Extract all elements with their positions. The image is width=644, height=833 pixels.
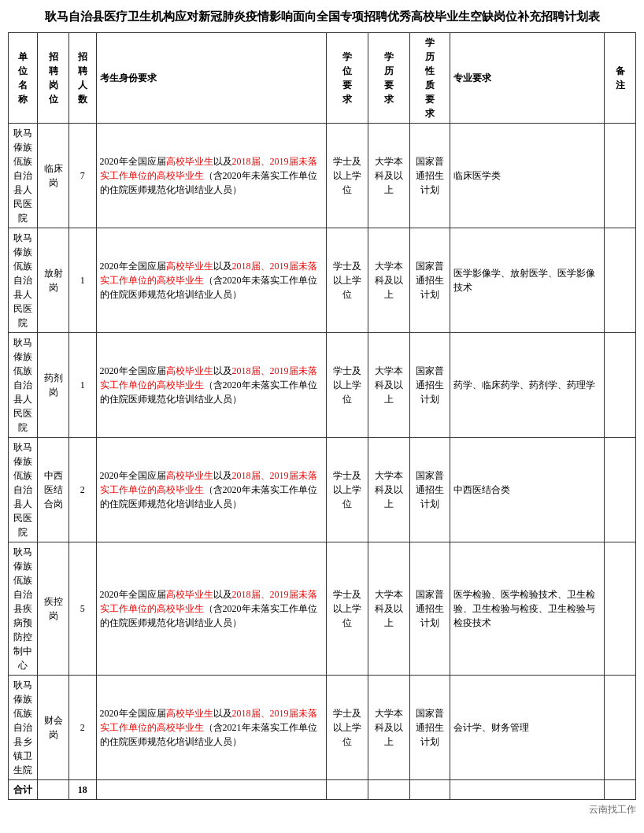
cell-edu-nature-1: 国家普通招生计划 [410, 228, 450, 332]
header-count: 招聘人数 [69, 32, 97, 123]
cell-major-0: 临床医学类 [450, 123, 605, 228]
total-empty-4 [450, 779, 605, 799]
header-note: 备注 [605, 32, 636, 123]
total-count: 18 [69, 779, 97, 799]
cell-req-4: 2020年全国应届高校毕业生以及2018届、2019届未落实工作单位的高校毕业生… [96, 542, 326, 675]
cell-edu-5: 大学本科及以上 [368, 675, 409, 779]
cell-degree-1: 学士及以上学位 [326, 228, 368, 332]
cell-job-4: 疾控岗 [38, 542, 69, 675]
cell-major-2: 药学、临床药学、药剂学、药理学 [450, 332, 605, 437]
header-edu-nature: 学历性质要求 [410, 32, 450, 123]
cell-req-2: 2020年全国应届高校毕业生以及2018届、2019届未落实工作单位的高校毕业生… [96, 332, 326, 437]
cell-edu-nature-5: 国家普通招生计划 [410, 675, 450, 779]
table-row: 耿马傣族佤族自治县人民医院药剂岗12020年全国应届高校毕业生以及2018届、2… [9, 332, 636, 437]
cell-count-0: 7 [69, 123, 97, 228]
cell-edu-2: 大学本科及以上 [368, 332, 409, 437]
cell-note-3 [605, 437, 636, 542]
cell-note-1 [605, 228, 636, 332]
header-edu: 学历要求 [368, 32, 409, 123]
cell-major-4: 医学检验、医学检验技术、卫生检验、卫生检验与检疫、卫生检验与检疫技术 [450, 542, 605, 675]
cell-edu-3: 大学本科及以上 [368, 437, 409, 542]
cell-count-5: 2 [69, 675, 97, 779]
cell-job-0: 临床岗 [38, 123, 69, 228]
cell-edu-nature-2: 国家普通招生计划 [410, 332, 450, 437]
cell-job-1: 放射岗 [38, 228, 69, 332]
cell-unit-4: 耿马傣族佤族自治县疾病预防控制中心 [9, 542, 38, 675]
total-empty-1 [326, 779, 368, 799]
header-unit: 单位名称 [9, 32, 38, 123]
total-empty-2 [368, 779, 409, 799]
watermark: 云南找工作 [8, 803, 636, 816]
cell-job-2: 药剂岗 [38, 332, 69, 437]
total-job [38, 779, 69, 799]
header-job: 招聘岗位 [38, 32, 69, 123]
cell-edu-nature-3: 国家普通招生计划 [410, 437, 450, 542]
total-empty-0 [96, 779, 326, 799]
cell-note-5 [605, 675, 636, 779]
header-major: 专业要求 [450, 32, 605, 123]
cell-count-1: 1 [69, 228, 97, 332]
cell-req-3: 2020年全国应届高校毕业生以及2018届、2019届未落实工作单位的高校毕业生… [96, 437, 326, 542]
cell-note-4 [605, 542, 636, 675]
table-row: 耿马傣族佤族自治县人民医院放射岗12020年全国应届高校毕业生以及2018届、2… [9, 228, 636, 332]
cell-count-4: 5 [69, 542, 97, 675]
cell-major-5: 会计学、财务管理 [450, 675, 605, 779]
cell-unit-3: 耿马傣族佤族自治县人民医院 [9, 437, 38, 542]
cell-count-2: 1 [69, 332, 97, 437]
cell-job-5: 财会岗 [38, 675, 69, 779]
cell-req-5: 2020年全国应届高校毕业生以及2018届、2019届未落实工作单位的高校毕业生… [96, 675, 326, 779]
table-row: 耿马傣族佤族自治县人民医院临床岗72020年全国应届高校毕业生以及2018届、2… [9, 123, 636, 228]
cell-job-3: 中西医结合岗 [38, 437, 69, 542]
cell-count-3: 2 [69, 437, 97, 542]
total-row: 合计18 [9, 779, 636, 799]
total-empty-5 [605, 779, 636, 799]
cell-edu-0: 大学本科及以上 [368, 123, 409, 228]
table-row: 耿马傣族佤族自治县疾病预防控制中心疾控岗52020年全国应届高校毕业生以及201… [9, 542, 636, 675]
header-degree: 学位要求 [326, 32, 368, 123]
cell-unit-0: 耿马傣族佤族自治县人民医院 [9, 123, 38, 228]
cell-degree-3: 学士及以上学位 [326, 437, 368, 542]
cell-degree-0: 学士及以上学位 [326, 123, 368, 228]
table-row: 耿马傣族佤族自治县乡镇卫生院财会岗22020年全国应届高校毕业生以及2018届、… [9, 675, 636, 779]
cell-major-1: 医学影像学、放射医学、医学影像技术 [450, 228, 605, 332]
cell-unit-1: 耿马傣族佤族自治县人民医院 [9, 228, 38, 332]
cell-unit-2: 耿马傣族佤族自治县人民医院 [9, 332, 38, 437]
cell-degree-2: 学士及以上学位 [326, 332, 368, 437]
cell-edu-nature-0: 国家普通招生计划 [410, 123, 450, 228]
cell-unit-5: 耿马傣族佤族自治县乡镇卫生院 [9, 675, 38, 779]
table-row: 耿马傣族佤族自治县人民医院中西医结合岗22020年全国应届高校毕业生以及2018… [9, 437, 636, 542]
cell-note-2 [605, 332, 636, 437]
total-label: 合计 [9, 779, 38, 799]
cell-degree-4: 学士及以上学位 [326, 542, 368, 675]
cell-degree-5: 学士及以上学位 [326, 675, 368, 779]
cell-major-3: 中西医结合类 [450, 437, 605, 542]
cell-edu-nature-4: 国家普通招生计划 [410, 542, 450, 675]
cell-edu-1: 大学本科及以上 [368, 228, 409, 332]
cell-note-0 [605, 123, 636, 228]
page-title: 耿马自治县医疗卫生机构应对新冠肺炎疫情影响面向全国专项招聘优秀高校毕业生空缺岗位… [8, 8, 636, 26]
cell-edu-4: 大学本科及以上 [368, 542, 409, 675]
cell-req-0: 2020年全国应届高校毕业生以及2018届、2019届未落实工作单位的高校毕业生… [96, 123, 326, 228]
cell-req-1: 2020年全国应届高校毕业生以及2018届、2019届未落实工作单位的高校毕业生… [96, 228, 326, 332]
header-req: 考生身份要求 [96, 32, 326, 123]
total-empty-3 [410, 779, 450, 799]
